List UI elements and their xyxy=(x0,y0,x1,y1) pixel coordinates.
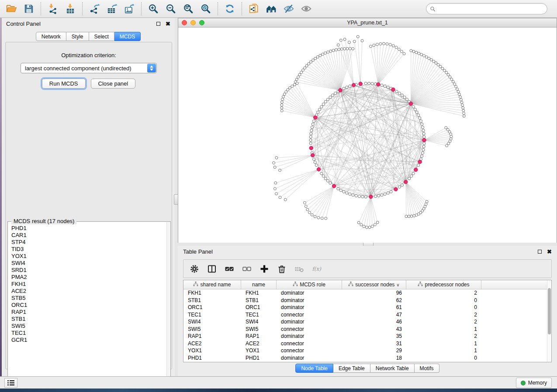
tab-style[interactable]: Style xyxy=(66,32,89,41)
refresh-layout-button[interactable] xyxy=(221,1,239,16)
table-row[interactable]: RAP1RAP1dominator352 xyxy=(183,333,547,340)
table-row[interactable]: YOX1YOX1connector291 xyxy=(183,347,547,354)
column-header-name[interactable]: name xyxy=(241,280,277,289)
export-network-button[interactable] xyxy=(86,1,103,16)
criterion-select[interactable]: largest connected component (undirected) xyxy=(21,63,157,73)
search-input[interactable] xyxy=(438,4,543,13)
tab-mcds[interactable]: MCDS xyxy=(114,32,141,41)
mcds-result-item[interactable]: SRD1 xyxy=(11,267,170,274)
float-panel-icon[interactable] xyxy=(156,22,160,26)
delete-column-button[interactable] xyxy=(274,261,289,276)
mcds-result-item[interactable]: SWI5 xyxy=(11,323,170,330)
task-history-button[interactable] xyxy=(4,378,17,388)
first-neighbors-button[interactable] xyxy=(263,1,280,16)
tab-network[interactable]: Network xyxy=(36,32,66,41)
mcds-result-item[interactable]: RAP1 xyxy=(11,309,170,316)
table-panel: Table Panel ✖ xyxy=(178,246,557,376)
cell-name: STB1 xyxy=(241,297,277,303)
tab-network-table[interactable]: Network Table xyxy=(370,364,415,373)
open-file-button[interactable] xyxy=(3,1,20,16)
close-panel-icon[interactable]: ✖ xyxy=(166,21,170,27)
mcds-result-item[interactable]: PMA2 xyxy=(11,274,170,281)
close-panel-button[interactable]: Close panel xyxy=(91,79,136,89)
column-header-predecessor-nodes[interactable]: predecessor nodes xyxy=(406,280,481,289)
table-row[interactable]: SWI5SWI5connector431 xyxy=(183,326,547,333)
cell-shared-name: SWI4 xyxy=(183,319,241,325)
mcds-result-item[interactable]: SWI4 xyxy=(11,260,170,267)
deselect-all-button[interactable] xyxy=(239,261,254,276)
table-row[interactable]: SWI4SWI4dominator462 xyxy=(183,318,547,326)
import-network-button[interactable] xyxy=(44,1,62,16)
mcds-result-item[interactable]: FKH1 xyxy=(11,281,170,288)
mcds-result-item[interactable]: CAR1 xyxy=(11,232,170,239)
columns-icon xyxy=(207,264,217,274)
network-window-titlebar[interactable]: YPA_prune.txt_1 xyxy=(178,18,557,28)
hide-selected-button[interactable] xyxy=(280,1,298,16)
table-row[interactable]: TEC1TEC1connector472 xyxy=(183,311,547,319)
table-row[interactable]: FKH1FKH1dominator962 xyxy=(183,289,547,297)
column-label: name xyxy=(252,282,265,288)
cell-shared-name: FKH1 xyxy=(183,290,241,296)
export-table-icon xyxy=(106,3,118,14)
column-header-MCDS-role[interactable]: MCDS role xyxy=(277,280,342,289)
mcds-result-scrollbar[interactable] xyxy=(166,222,170,384)
float-panel-icon[interactable] xyxy=(538,250,542,254)
status-bar: Memory xyxy=(0,376,557,389)
vertical-splitter[interactable] xyxy=(175,18,178,376)
table-row[interactable]: PHD1PHD1dominator180 xyxy=(183,354,547,362)
create-column-button[interactable] xyxy=(257,261,272,276)
cell-predecessor-nodes: 2 xyxy=(406,319,481,325)
toolbar-separator xyxy=(242,2,242,15)
export-table-button[interactable] xyxy=(103,1,121,16)
zoom-out-button[interactable] xyxy=(162,1,180,16)
horizontal-splitter[interactable] xyxy=(178,243,557,246)
memory-button[interactable]: Memory xyxy=(516,378,552,388)
close-panel-icon[interactable]: ✖ xyxy=(547,249,552,254)
network-satellite-nodes[interactable] xyxy=(273,35,466,229)
network-canvas[interactable] xyxy=(178,28,557,243)
cell-name: PHD1 xyxy=(241,355,277,361)
mcds-result-item[interactable]: ACE2 xyxy=(11,288,170,295)
column-header-shared-name[interactable]: shared name xyxy=(183,280,241,289)
mcds-result-item[interactable]: YOX1 xyxy=(11,253,170,260)
network-document-button[interactable] xyxy=(245,1,263,16)
table-row[interactable]: STB1STB1dominator620 xyxy=(183,297,547,304)
scrollbar-thumb[interactable] xyxy=(548,288,551,334)
eye-slash-icon xyxy=(283,3,294,14)
save-session-button[interactable] xyxy=(20,1,38,16)
show-columns-button[interactable] xyxy=(204,261,219,276)
table-scrollbar[interactable] xyxy=(547,280,551,362)
select-all-button[interactable] xyxy=(222,261,237,276)
search-box xyxy=(426,3,547,14)
mcds-result-item[interactable]: TEC1 xyxy=(11,330,170,337)
svg-text:f(x): f(x) xyxy=(312,266,322,272)
tab-motifs[interactable]: Motifs xyxy=(415,364,439,373)
table-settings-button[interactable] xyxy=(187,261,202,276)
mcds-result-item[interactable]: TID3 xyxy=(11,246,170,253)
import-table-button[interactable] xyxy=(62,1,79,16)
column-header-successor-nodes[interactable]: successor nodes∨ xyxy=(342,280,406,289)
run-mcds-button[interactable]: Run MCDS xyxy=(42,79,86,89)
mcds-result-item[interactable]: STB5 xyxy=(11,295,170,302)
zoom-out-icon xyxy=(165,3,176,14)
mcds-result-item[interactable]: ORC1 xyxy=(11,302,170,309)
tab-select[interactable]: Select xyxy=(89,32,114,41)
tab-edge-table[interactable]: Edge Table xyxy=(333,364,370,373)
mcds-result-item[interactable]: STP4 xyxy=(11,239,170,246)
zoom-selected-button[interactable] xyxy=(197,1,214,16)
table-row[interactable]: ACE2ACE2connector311 xyxy=(183,340,547,347)
show-all-button[interactable] xyxy=(298,1,315,16)
memory-label: Memory xyxy=(528,380,547,386)
cell-predecessor-nodes: 2 xyxy=(406,312,481,318)
zoom-in-button[interactable] xyxy=(145,1,162,16)
mcds-result-item[interactable]: PHD1 xyxy=(11,225,170,232)
mcds-result-item[interactable]: GCR1 xyxy=(11,337,170,344)
mcds-result-item[interactable]: STB1 xyxy=(11,316,170,323)
zoom-fit-button[interactable] xyxy=(180,1,197,16)
main-toolbar xyxy=(0,0,557,18)
cell-predecessor-nodes: 1 xyxy=(406,340,481,347)
list-icon xyxy=(7,380,15,386)
tab-node-table[interactable]: Node Table xyxy=(295,364,333,373)
export-image-button[interactable] xyxy=(121,1,138,16)
table-row[interactable]: ORC1ORC1dominator610 xyxy=(183,304,547,311)
